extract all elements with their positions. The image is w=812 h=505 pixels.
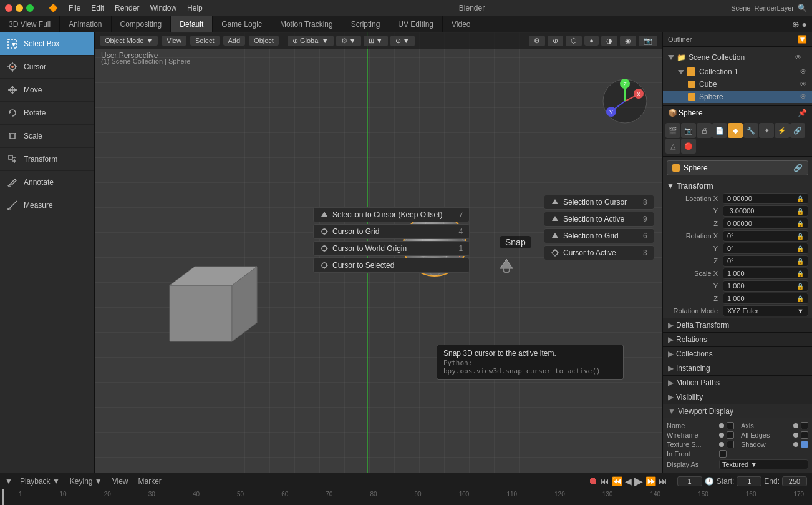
end-frame[interactable]: 250 bbox=[782, 476, 807, 486]
start-frame[interactable]: 1 bbox=[737, 476, 761, 486]
vd-shadow-check[interactable] bbox=[801, 441, 808, 448]
snap-selection-to-cursor-keep[interactable]: Selection to Cursor (Keep Offset) 7 bbox=[313, 207, 470, 222]
current-frame[interactable]: 1 bbox=[677, 476, 702, 486]
tab-animation[interactable]: Animation bbox=[60, 16, 111, 32]
scene-collection-toggle[interactable] bbox=[668, 55, 674, 60]
transform-pivot[interactable]: ⚙ ▼ bbox=[336, 36, 361, 46]
loc-x-lock[interactable]: 🔒 bbox=[796, 195, 804, 202]
menu-render[interactable]: Render bbox=[110, 2, 144, 14]
props-tab-material[interactable]: 🔴 bbox=[681, 139, 696, 154]
transform-header[interactable]: ▼ Transform bbox=[667, 179, 808, 193]
menu-window[interactable]: Window bbox=[145, 2, 181, 14]
menu-file[interactable]: File bbox=[64, 2, 85, 14]
props-tab-modifier[interactable]: 🔧 bbox=[743, 123, 758, 138]
playback-menu[interactable]: Playback ▼ bbox=[17, 476, 62, 487]
minimize-button[interactable] bbox=[16, 4, 23, 12]
collections-header[interactable]: ▶ Collections bbox=[663, 347, 812, 361]
scale-z-lock[interactable]: 🔒 bbox=[796, 295, 804, 302]
props-tab-view-layer[interactable]: 📄 bbox=[712, 123, 727, 138]
tab-uvediting[interactable]: UV Editing bbox=[389, 16, 443, 32]
view-menu-tl[interactable]: View bbox=[110, 476, 131, 487]
viewport-camera[interactable]: 📷 bbox=[639, 36, 657, 46]
rot-y-lock[interactable]: 🔒 bbox=[796, 245, 804, 252]
record-btn[interactable]: ⏺ bbox=[588, 476, 598, 487]
viewport-shading-solid[interactable]: ● bbox=[584, 36, 599, 46]
timeline-ruler[interactable]: 1 10 20 30 40 50 60 70 80 90 100 110 120… bbox=[0, 489, 812, 505]
snap-toggle[interactable]: ⊞ ▼ bbox=[364, 36, 388, 46]
vd-axis-check[interactable] bbox=[801, 422, 808, 429]
props-tab-object[interactable]: ◆ bbox=[728, 123, 743, 138]
toolbar-annotate[interactable]: Annotate bbox=[0, 171, 94, 194]
motion-paths-header[interactable]: ▶ Motion Paths bbox=[663, 376, 812, 390]
viewport-shading-icon[interactable]: ● bbox=[802, 19, 807, 29]
visibility-header[interactable]: ▶ Visibility bbox=[663, 390, 812, 404]
props-tab-scene[interactable]: 🎬 bbox=[665, 123, 680, 138]
location-z-field[interactable]: 0.00000 🔒 bbox=[723, 218, 808, 229]
toolbar-measure[interactable]: Measure bbox=[0, 194, 94, 217]
tab-video[interactable]: Video bbox=[443, 16, 480, 32]
tab-motiontracking[interactable]: Motion Tracking bbox=[271, 16, 342, 32]
filter-icon[interactable]: 🔽 bbox=[798, 35, 807, 44]
jump-start-btn[interactable]: ⏮ bbox=[601, 476, 609, 486]
instancing-header[interactable]: ▶ Instancing bbox=[663, 361, 812, 375]
menu-help[interactable]: Help bbox=[182, 2, 208, 14]
playhead[interactable] bbox=[2, 489, 4, 505]
rotation-y-field[interactable]: 0° 🔒 bbox=[723, 243, 808, 254]
props-tab-constraints[interactable]: 🔗 bbox=[790, 123, 805, 138]
transform-global[interactable]: ⊕ Global ▼ bbox=[288, 36, 334, 46]
rotation-z-field[interactable]: 0° 🔒 bbox=[723, 255, 808, 267]
toolbar-transform[interactable]: Transform bbox=[0, 148, 94, 171]
cube-eye[interactable]: 👁 bbox=[800, 80, 807, 89]
select-menu[interactable]: Select bbox=[190, 36, 220, 46]
vd-texture-check[interactable] bbox=[727, 441, 734, 448]
object-menu[interactable]: Object bbox=[249, 36, 279, 46]
viewport-shading-material[interactable]: ◑ bbox=[601, 36, 617, 46]
snap-cursor-to-world-origin[interactable]: Cursor to World Origin 1 bbox=[313, 241, 470, 256]
scale-x-field[interactable]: 1.000 🔒 bbox=[723, 268, 808, 279]
props-pin-icon[interactable]: 📌 bbox=[798, 109, 807, 117]
mode-selector[interactable]: Object Mode ▼ bbox=[100, 36, 158, 46]
toolbar-scale[interactable]: Scale bbox=[0, 125, 94, 148]
viewport-overlay-btn[interactable]: ⊕ bbox=[548, 36, 563, 46]
scale-y-field[interactable]: 1.000 🔒 bbox=[723, 280, 808, 292]
keying-menu[interactable]: Keying ▼ bbox=[67, 476, 105, 487]
props-tab-physics[interactable]: ⚡ bbox=[775, 123, 790, 138]
location-x-field[interactable]: 0.00000 🔒 bbox=[723, 193, 808, 204]
vd-name-check[interactable] bbox=[727, 422, 734, 429]
toolbar-move[interactable]: Move bbox=[0, 79, 94, 102]
rotation-mode-dropdown[interactable]: XYZ Euler ▼ bbox=[723, 305, 808, 316]
toolbar-rotate[interactable]: Rotate bbox=[0, 102, 94, 125]
rotation-x-field[interactable]: 0° 🔒 bbox=[723, 230, 808, 242]
maximize-button[interactable] bbox=[26, 4, 34, 12]
vd-displayas-dropdown[interactable]: Textured ▼ bbox=[719, 459, 808, 469]
props-tab-data[interactable]: △ bbox=[665, 139, 680, 154]
relations-header[interactable]: ▶ Relations bbox=[663, 333, 812, 346]
scene-collection-eye[interactable]: 👁 bbox=[782, 51, 807, 64]
snap-cursor-to-grid[interactable]: Cursor to Grid 4 bbox=[313, 224, 470, 239]
sphere-eye[interactable]: 👁 bbox=[800, 92, 807, 101]
jump-end-btn[interactable]: ⏭ bbox=[659, 476, 667, 486]
scale-z-field[interactable]: 1.000 🔒 bbox=[723, 293, 808, 304]
play-btn[interactable]: ▶ bbox=[634, 474, 643, 488]
tab-compositing[interactable]: Compositing bbox=[112, 16, 172, 32]
collection-1-item[interactable]: Collection 1 👁 bbox=[663, 66, 812, 78]
3d-viewport[interactable]: User Perspective (1) Scene Collection | … bbox=[95, 32, 662, 473]
menu-blender[interactable]: 🔶 bbox=[44, 2, 63, 14]
cube-item[interactable]: Cube 👁 bbox=[663, 78, 812, 91]
snap-cursor-to-active[interactable]: Cursor to Active 3 bbox=[544, 245, 654, 260]
toolbar-select-box[interactable]: Select Box bbox=[0, 32, 94, 56]
rot-z-lock[interactable]: 🔒 bbox=[796, 258, 804, 265]
snap-cursor-to-selected[interactable]: Cursor to Selected bbox=[313, 258, 470, 273]
loc-z-lock[interactable]: 🔒 bbox=[796, 220, 804, 227]
rot-x-lock[interactable]: 🔒 bbox=[796, 233, 804, 240]
location-y-field[interactable]: -3.00000 🔒 bbox=[723, 205, 808, 217]
play-back-btn[interactable]: ◀ bbox=[625, 476, 632, 486]
scale-x-lock[interactable]: 🔒 bbox=[796, 270, 804, 277]
search-icon[interactable]: 🔍 bbox=[798, 4, 807, 12]
toolbar-cursor[interactable]: Cursor bbox=[0, 56, 94, 79]
viewport-shading-wire[interactable]: ⬡ bbox=[566, 36, 582, 46]
collection1-toggle[interactable] bbox=[678, 70, 684, 74]
loc-y-lock[interactable]: 🔒 bbox=[796, 208, 804, 215]
scale-y-lock[interactable]: 🔒 bbox=[796, 283, 804, 290]
tab-3dviewfull[interactable]: 3D View Full bbox=[0, 16, 60, 32]
